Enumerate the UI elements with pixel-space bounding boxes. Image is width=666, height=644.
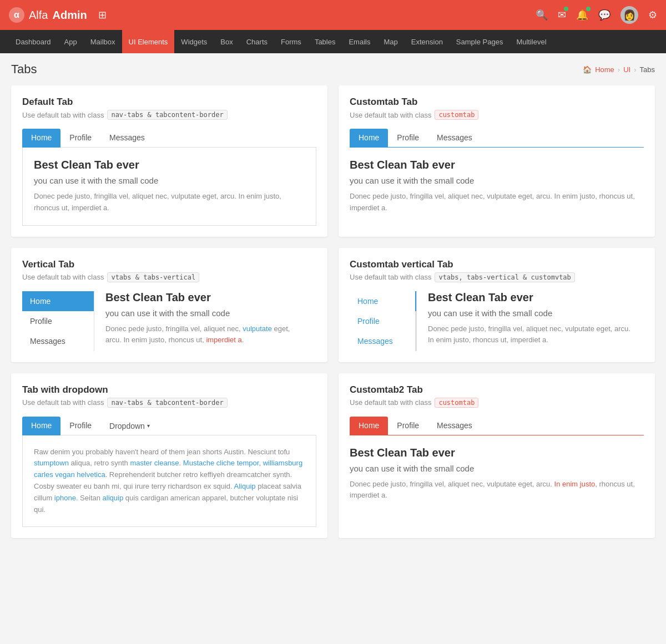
nav-map[interactable]: Map	[377, 30, 404, 53]
default-tab-profile[interactable]: Profile	[60, 129, 100, 148]
nav-ui-elements[interactable]: UI Elements	[122, 30, 175, 53]
breadcrumb-home-icon: 🏠	[583, 65, 592, 74]
dropdown-tab-home[interactable]: Home	[22, 417, 60, 435]
customtab2-content: Best Clean Tab ever you can use it with …	[350, 435, 644, 502]
vertical-tab-content-title: Best Clean Tab ever	[105, 291, 305, 304]
vertical-tab-badge: vtabs & tabs-vertical	[107, 272, 199, 282]
custom-vertical-tab-content: Best Clean Tab ever you can use it with …	[416, 291, 644, 351]
vtab-profile[interactable]: Profile	[22, 311, 94, 331]
brand-alpha-char: α	[14, 10, 19, 20]
vertical-tab-content-text: Donec pede justo, fringilla vel, aliquet…	[105, 323, 305, 347]
dropdown-tab-subtitle-text: Use default tab with class	[22, 398, 104, 407]
gear-icon[interactable]: ⚙	[648, 9, 657, 21]
default-tab-content-subtitle: you can use it with the small code	[34, 176, 305, 185]
dropdown-tab-badge: nav-tabs & tabcontent-border	[107, 398, 227, 408]
customtab2-title: Customtab2 Tab	[350, 384, 644, 395]
grid-icon[interactable]: ⊞	[98, 9, 107, 21]
dropdown-tab-profile[interactable]: Profile	[60, 417, 100, 435]
custom-vertical-tab-title: Customtab vertical Tab	[350, 259, 644, 270]
cvtab-home[interactable]: Home	[350, 291, 416, 311]
mail-icon[interactable]: ✉	[558, 9, 566, 21]
row-1: Default Tab Use default tab with class n…	[11, 85, 655, 237]
nav-mailbox[interactable]: Mailbox	[84, 30, 122, 53]
default-tab-title: Default Tab	[22, 97, 316, 108]
dropdown-tab-content: Raw denim you probably haven't heard of …	[22, 435, 316, 528]
chat-icon[interactable]: 💬	[598, 9, 610, 21]
nav-app[interactable]: App	[58, 30, 84, 53]
top-navbar: α AlfaAdmin ⊞ 🔍 ✉ 🔔 💬 👩 ⚙	[0, 0, 666, 30]
dropdown-tab-nav: Home Profile Dropdown ▾	[22, 417, 316, 435]
dropdown-tab-subtitle: Use default tab with class nav-tabs & ta…	[22, 398, 316, 408]
custom-vertical-tab-subtitle-text: Use default tab with class	[350, 273, 431, 281]
bell-badge	[586, 7, 591, 11]
customtab2-badge: customtab	[435, 398, 478, 408]
user-avatar[interactable]: 👩	[620, 6, 638, 24]
custom-tab-nav: Home Profile Messages	[350, 129, 644, 148]
bell-icon[interactable]: 🔔	[576, 9, 588, 21]
default-tab-content-text: Donec pede justo, fringilla vel, aliquet…	[34, 191, 305, 214]
breadcrumb-sep2: ›	[634, 65, 636, 74]
dropdown-tab-content-text: Raw denim you probably haven't heard of …	[34, 447, 305, 516]
vertical-tab-subtitle: Use default tab with class vtabs & tabs-…	[22, 272, 316, 282]
nav-box[interactable]: Box	[214, 30, 239, 53]
default-tab-card: Default Tab Use default tab with class n…	[11, 85, 327, 237]
main-content: Default Tab Use default tab with class n…	[0, 85, 666, 560]
custom-tab-card: Customtab Tab Use default tab with class…	[339, 85, 655, 237]
dropdown-tab-title: Tab with dropdown	[22, 384, 316, 395]
nav-extension[interactable]: Extension	[405, 30, 450, 53]
main-navbar: Dashboard App Mailbox UI Elements Widget…	[0, 30, 666, 53]
default-tab-messages[interactable]: Messages	[100, 129, 154, 148]
dropdown-tab-dropdown[interactable]: Dropdown ▾	[100, 417, 159, 435]
customtab2-content-text: Donec pede justo, fringilla vel, aliquet…	[350, 479, 644, 502]
cvtab-messages[interactable]: Messages	[350, 331, 416, 351]
breadcrumb-home[interactable]: Home	[595, 65, 614, 74]
vtab-messages[interactable]: Messages	[22, 331, 94, 351]
custom-vertical-tab-content-subtitle: you can use it with the small code	[428, 308, 633, 318]
nav-tables[interactable]: Tables	[308, 30, 342, 53]
nav-emails[interactable]: Emails	[342, 30, 377, 53]
custom-tab-content-title: Best Clean Tab ever	[350, 159, 644, 171]
nav-forms[interactable]: Forms	[274, 30, 308, 53]
nav-sample-pages[interactable]: Sample Pages	[450, 30, 510, 53]
customtab2-profile[interactable]: Profile	[388, 417, 428, 435]
custom-tab-content-subtitle: you can use it with the small code	[350, 176, 644, 185]
breadcrumb-ui[interactable]: UI	[623, 65, 630, 74]
default-tab-subtitle-text: Use default tab with class	[22, 111, 104, 119]
customtab2-home[interactable]: Home	[350, 417, 388, 435]
default-tab-content-title: Best Clean Tab ever	[34, 159, 305, 171]
vtab-home[interactable]: Home	[22, 291, 94, 311]
row-3: Tab with dropdown Use default tab with c…	[11, 373, 655, 539]
default-tab-subtitle: Use default tab with class nav-tabs & ta…	[22, 110, 316, 120]
custom-tab-subtitle-text: Use default tab with class	[350, 111, 431, 119]
breadcrumb-current: Tabs	[640, 65, 655, 74]
custom-vertical-tab-content-text: Donec pede justo, fringilla vel, aliquet…	[428, 323, 633, 347]
breadcrumb: 🏠 Home › UI › Tabs	[583, 65, 655, 74]
default-tab-badge: nav-tabs & tabcontent-border	[107, 110, 227, 120]
custom-tab-content-text: Donec pede justo, fringilla vel, aliquet…	[350, 191, 644, 214]
brand-alfa-text: Alfa	[29, 9, 48, 22]
customtab2-messages[interactable]: Messages	[428, 417, 481, 435]
brand-admin-text: Admin	[52, 9, 87, 22]
custom-tab-title: Customtab Tab	[350, 97, 644, 108]
cvtab-profile[interactable]: Profile	[350, 311, 416, 331]
row-2: Vertical Tab Use default tab with class …	[11, 248, 655, 362]
nav-charts[interactable]: Charts	[240, 30, 274, 53]
search-icon[interactable]: 🔍	[536, 9, 548, 21]
default-tab-home[interactable]: Home	[22, 129, 60, 148]
custom-vertical-tab-subtitle: Use default tab with class vtabs, tabs-v…	[350, 272, 644, 282]
vertical-tab-content-subtitle: you can use it with the small code	[105, 308, 305, 318]
vertical-tab-nav: Home Profile Messages	[22, 291, 94, 351]
nav-widgets[interactable]: Widgets	[174, 30, 214, 53]
customtab2-card: Customtab2 Tab Use default tab with clas…	[339, 373, 655, 539]
custom-tab-home[interactable]: Home	[350, 129, 388, 148]
custom-vertical-tab-container: Home Profile Messages Best Clean Tab eve…	[350, 291, 644, 351]
nav-multilevel[interactable]: Multilevel	[509, 30, 553, 53]
custom-vertical-tab-nav: Home Profile Messages	[350, 291, 416, 351]
custom-tab-messages[interactable]: Messages	[428, 129, 481, 148]
vertical-tab-card: Vertical Tab Use default tab with class …	[11, 248, 327, 362]
dropdown-tab-card: Tab with dropdown Use default tab with c…	[11, 373, 327, 539]
vertical-tab-title: Vertical Tab	[22, 259, 316, 270]
custom-tab-profile[interactable]: Profile	[388, 129, 428, 148]
brand-icon: α	[9, 7, 24, 23]
nav-dashboard[interactable]: Dashboard	[9, 30, 58, 53]
